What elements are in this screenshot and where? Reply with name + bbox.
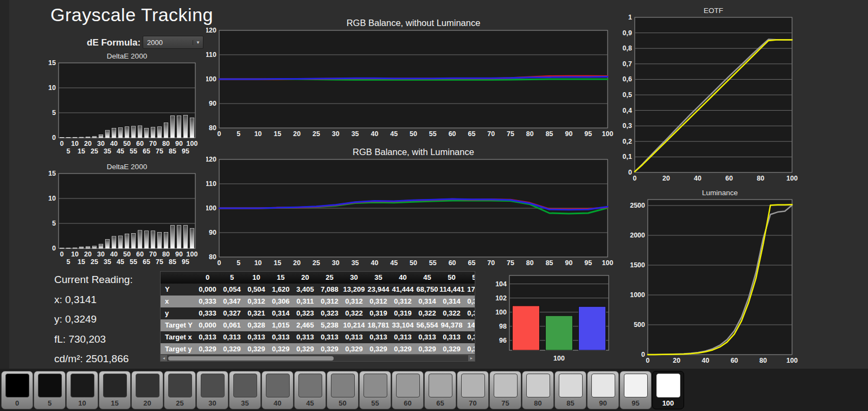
- patch-85[interactable]: 85: [554, 371, 586, 409]
- table-cell: 0,329: [439, 343, 464, 355]
- table-cell: 7,088: [317, 284, 342, 296]
- svg-text:80: 80: [209, 124, 216, 132]
- deltae-chart-bottom: 0510150102030405060708090100515253545556…: [42, 163, 202, 269]
- patch-100[interactable]: 100: [652, 371, 684, 409]
- patch-swatch: [494, 374, 518, 397]
- bar: [578, 306, 605, 350]
- patch-55[interactable]: 55: [359, 371, 391, 409]
- table-row: Target Y0,0000,0610,3281,0152,4655,23810…: [161, 319, 475, 331]
- svg-text:85: 85: [546, 259, 553, 267]
- svg-text:10: 10: [254, 130, 262, 138]
- patch-swatch: [559, 374, 583, 397]
- svg-text:DeltaE 2000: DeltaE 2000: [107, 52, 147, 60]
- patch-swatch: [168, 374, 192, 397]
- svg-text:80: 80: [209, 253, 216, 261]
- patch-0[interactable]: 0: [1, 371, 33, 409]
- table-cell: 0,333: [195, 296, 220, 307]
- table-cell: 0,333: [195, 307, 220, 319]
- patch-65[interactable]: 65: [424, 371, 456, 409]
- table-cell: 0,329: [317, 343, 342, 355]
- svg-text:10: 10: [71, 140, 79, 147]
- svg-text:15: 15: [273, 130, 281, 138]
- patch-swatch: [233, 374, 257, 397]
- page-title: Grayscale Tracking: [50, 4, 213, 25]
- svg-text:95: 95: [182, 258, 189, 266]
- svg-text:0,7: 0,7: [623, 60, 632, 68]
- bar: [144, 129, 148, 138]
- patch-label: 60: [392, 399, 423, 407]
- table-cell: 0,313: [366, 331, 391, 343]
- patch-45[interactable]: 45: [294, 371, 326, 409]
- scroll-right-icon[interactable]: ►: [468, 355, 475, 361]
- bar: [99, 244, 103, 248]
- patch-50[interactable]: 50: [327, 371, 359, 409]
- svg-text:0,4: 0,4: [623, 107, 632, 114]
- bar: [73, 248, 76, 248]
- patch-60[interactable]: 60: [392, 371, 424, 409]
- table-column-header: 10: [244, 272, 269, 284]
- svg-text:500: 500: [634, 321, 645, 329]
- de-formula-select[interactable]: 2000 ▼: [143, 36, 203, 49]
- svg-text:100: 100: [187, 140, 198, 147]
- svg-text:25: 25: [91, 147, 98, 155]
- table-cell: 0,313: [195, 331, 220, 343]
- scroll-left-icon[interactable]: ◄: [161, 355, 167, 361]
- table-row-label: Target y: [161, 343, 195, 355]
- svg-text:0: 0: [60, 251, 64, 258]
- svg-text:60: 60: [136, 251, 144, 258]
- rgb-levels-bar-chart: 9698100102104100: [491, 270, 613, 363]
- svg-text:0,2: 0,2: [623, 138, 632, 145]
- svg-text:10: 10: [71, 251, 79, 258]
- bar: [545, 316, 572, 350]
- svg-text:96: 96: [499, 337, 507, 344]
- patch-25[interactable]: 25: [164, 371, 196, 409]
- patch-5[interactable]: 5: [34, 371, 66, 409]
- patch-35[interactable]: 35: [229, 371, 261, 409]
- svg-text:1: 1: [628, 14, 632, 21]
- table-column-header: 30: [342, 272, 366, 284]
- table-cell: 0,329: [269, 343, 293, 355]
- current-reading-panel: Current Reading: x: 0,3141 y: 0,3249 fL:…: [54, 274, 133, 373]
- patch-label: 40: [262, 399, 293, 407]
- svg-text:0,6: 0,6: [623, 75, 632, 83]
- patch-10[interactable]: 10: [66, 371, 98, 409]
- patch-20[interactable]: 20: [131, 371, 163, 409]
- table-cell: 0,323: [293, 307, 317, 319]
- svg-text:35: 35: [352, 259, 359, 267]
- svg-text:0: 0: [52, 245, 56, 252]
- svg-text:30: 30: [97, 140, 105, 147]
- svg-text:65: 65: [143, 147, 150, 155]
- patch-70[interactable]: 70: [457, 371, 489, 409]
- scrollbar-thumb[interactable]: [168, 356, 334, 361]
- svg-text:5: 5: [237, 259, 240, 267]
- table-cell: 0,054: [220, 284, 244, 296]
- deltae-chart-top: 0510150102030405060708090100515253545556…: [42, 52, 202, 158]
- table-cell: 0,313: [464, 331, 475, 343]
- de-formula-label: dE Formula:: [87, 37, 141, 48]
- svg-text:20: 20: [84, 251, 92, 258]
- table-row: x0,3330,3470,3120,3060,3110,3120,3120,31…: [161, 296, 475, 307]
- patch-30[interactable]: 30: [196, 371, 228, 409]
- bar: [118, 128, 122, 138]
- table-cell: 0,321: [244, 307, 269, 319]
- table-cell: 0,347: [220, 296, 244, 307]
- svg-text:100: 100: [187, 251, 198, 258]
- svg-text:15: 15: [273, 259, 281, 267]
- patch-90[interactable]: 90: [587, 371, 619, 409]
- patch-80[interactable]: 80: [522, 371, 554, 409]
- scrollbar-track[interactable]: [167, 355, 468, 361]
- table-cell: 41,444: [391, 284, 415, 296]
- table-scrollbar[interactable]: ◄ ►: [160, 355, 475, 362]
- patch-40[interactable]: 40: [261, 371, 293, 409]
- patch-label: 35: [229, 399, 260, 407]
- table-cell: 0,312: [317, 296, 342, 307]
- patch-95[interactable]: 95: [620, 371, 652, 409]
- patch-75[interactable]: 75: [489, 371, 521, 409]
- svg-text:20: 20: [662, 175, 670, 182]
- table-cell: 0,322: [415, 307, 439, 319]
- svg-text:0: 0: [52, 134, 56, 142]
- bar: [170, 226, 174, 248]
- svg-text:0,3: 0,3: [623, 122, 632, 130]
- patch-15[interactable]: 15: [99, 371, 131, 409]
- bar: [190, 118, 194, 138]
